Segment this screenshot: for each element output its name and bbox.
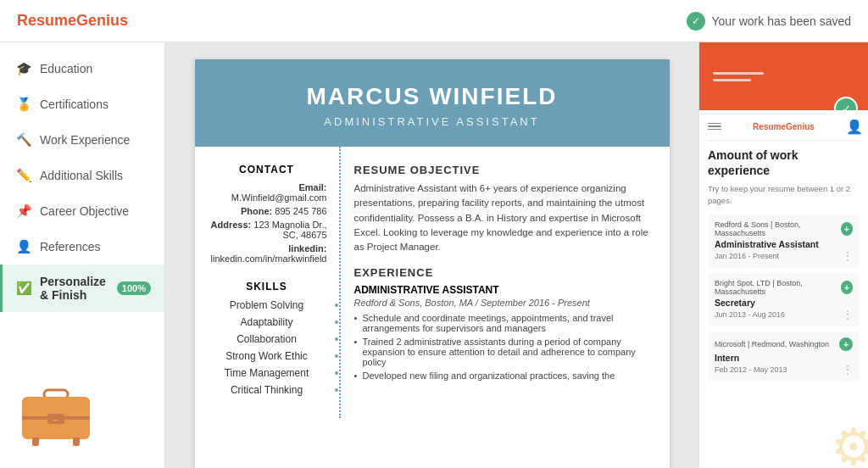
sidebar-item-career-objective[interactable]: 📌 Career Objective <box>0 193 164 229</box>
sidebar-item-label: Career Objective <box>40 204 129 218</box>
logo-accent: Genius <box>76 12 128 29</box>
panel-line-1 <box>713 72 764 75</box>
panel-job-title-3: Intern <box>715 353 853 363</box>
main-layout: 🎓 Education 🏅 Certifications 🔨 Work Expe… <box>0 42 868 468</box>
additional-skills-icon: ✏️ <box>16 168 31 183</box>
save-check-icon: ✓ <box>687 12 705 31</box>
exp-bullet-3: Developed new filing and organizational … <box>354 370 656 381</box>
panel-job-block-3: Microsoft | Redmond, Washington + Intern… <box>708 332 860 382</box>
panel-dates-text-2: Jun 2013 - Aug 2016 <box>715 310 785 319</box>
contact-phone-row: Phone: 895 245 786 <box>207 206 327 216</box>
sidebar-item-label: Work Experience <box>40 133 130 147</box>
references-icon: 👤 <box>16 239 31 254</box>
panel-dates-text-3: Feb 2012 - May 2013 <box>715 365 787 374</box>
phone-logo: ResumeGenius <box>753 122 815 131</box>
save-status: ✓ Your work has been saved <box>687 12 851 31</box>
panel-add-button-2[interactable]: + <box>841 281 853 294</box>
sidebar-item-work-experience[interactable]: 🔨 Work Experience <box>0 122 164 158</box>
panel-company-name-3: Microsoft | Redmond, Washington <box>715 340 829 348</box>
education-icon: 🎓 <box>16 61 31 76</box>
email-value: M.Winfield@gmail.com <box>231 192 327 203</box>
sidebar-item-certifications[interactable]: 🏅 Certifications <box>0 86 164 122</box>
panel-decorative-lines <box>713 72 764 81</box>
resume-name: MARCUS WINFIELD <box>212 83 653 110</box>
objective-body: Administrative Assistant with 6+ years o… <box>354 181 656 254</box>
menu-line-1 <box>708 123 721 125</box>
exp-job-title: ADMINISTRATIVE ASSISTANT <box>354 284 656 296</box>
work-experience-icon: 🔨 <box>16 132 31 148</box>
panel-company-row-2: Bright Spot, LTD | Boston, Massachusetts… <box>715 279 853 296</box>
sidebar-footer <box>0 363 164 468</box>
gear-icon: ⚙ <box>831 417 868 468</box>
skill-problem-solving: Problem Solving <box>207 299 327 311</box>
address-label: Address: <box>211 220 252 230</box>
sidebar-item-education[interactable]: 🎓 Education <box>0 51 164 86</box>
skill-adaptability: Adaptability <box>207 316 327 328</box>
sidebar-item-personalize-finish[interactable]: ✅ Personalize & Finish 100% <box>0 265 164 312</box>
sidebar-item-label: References <box>40 240 101 254</box>
resume-left-column: CONTACT Email: M.Winfield@gmail.com Phon… <box>195 147 339 418</box>
panel-company-row-1: Redford & Sons | Boston, Massachusetts + <box>715 220 853 237</box>
panel-amount-title: Amount of work experience <box>708 148 860 178</box>
panel-more-icon-2[interactable]: ⋮ <box>843 309 853 320</box>
header: ResumeGenius ✓ Your work has been saved <box>0 0 868 42</box>
resume-right-column: RESUME OBJECTIVE Administrative Assistan… <box>339 147 670 418</box>
skill-collaboration: Collaboration <box>207 333 327 345</box>
email-label: Email: <box>298 182 326 192</box>
panel-more-icon-1[interactable]: ⋮ <box>843 250 853 262</box>
panel-add-button-3[interactable]: + <box>839 337 853 351</box>
right-panel: ✓ ResumeGenius 👤 Amount of work experien… <box>698 42 868 468</box>
skills-section-title: SKILLS <box>207 281 327 292</box>
panel-job-dates-2: Jun 2013 - Aug 2016 ⋮ <box>715 309 853 320</box>
panel-company-name-2: Bright Spot, LTD | Boston, Massachusetts <box>715 279 841 296</box>
objective-section-title: RESUME OBJECTIVE <box>354 164 656 176</box>
sidebar-item-references[interactable]: 👤 References <box>0 229 164 265</box>
skill-time-management: Time Management <box>207 367 327 379</box>
logo-text: Resume <box>17 12 76 29</box>
panel-line-2 <box>713 79 751 81</box>
phone-logo-text: Resume <box>753 122 786 131</box>
sidebar-item-label: Education <box>40 62 92 75</box>
skill-strong-work-ethic: Strong Work Ethic <box>207 350 327 362</box>
phone-profile-icon: 👤 <box>846 119 860 135</box>
resume-body: CONTACT Email: M.Winfield@gmail.com Phon… <box>195 147 670 418</box>
personalize-finish-icon: ✅ <box>16 281 31 296</box>
experience-section-title: EXPERIENCE <box>354 266 656 279</box>
panel-job-block-2: Bright Spot, LTD | Boston, Massachusetts… <box>708 273 860 326</box>
phone-value: 895 245 786 <box>275 206 326 216</box>
skill-critical-thinking: Critical Thinking <box>207 384 327 396</box>
address-value: 123 Magnolia Dr., SC, 48675 <box>253 220 326 240</box>
contact-address-row: Address: 123 Magnolia Dr., SC, 48675 <box>207 220 327 240</box>
sidebar-item-label: Certifications <box>40 98 108 111</box>
sidebar-item-label: Additional Skills <box>40 169 123 182</box>
linkedin-value: linkedin.com/in/markwinfield <box>211 254 327 264</box>
panel-dates-text-1: Jan 2016 - Present <box>715 252 779 260</box>
phone-label: Phone: <box>241 206 272 216</box>
certifications-icon: 🏅 <box>16 97 31 112</box>
sidebar-item-additional-skills[interactable]: ✏️ Additional Skills <box>0 158 164 193</box>
percent-badge: 100% <box>117 281 151 295</box>
panel-job-dates-3: Feb 2012 - May 2013 ⋮ <box>715 364 853 376</box>
exp-bullet-1: Schedule and coordinate meetings, appoin… <box>354 313 656 333</box>
menu-line-2 <box>708 125 721 127</box>
panel-add-button-1[interactable]: + <box>841 222 854 236</box>
sidebar-item-label: Personalize & Finish <box>40 275 108 302</box>
skills-section: SKILLS Problem Solving Adaptability Coll… <box>207 281 327 396</box>
svg-rect-6 <box>73 437 80 446</box>
panel-subtitle: Try to keep your resume between 1 or 2 p… <box>708 183 860 206</box>
exp-company: Redford & Sons, Boston, MA / September 2… <box>354 298 656 308</box>
resume-area: MARCUS WINFIELD ADMINISTRATIVE ASSISTANT… <box>165 42 698 468</box>
phone-logo-accent: Genius <box>786 122 815 131</box>
menu-line-3 <box>708 129 721 131</box>
resume-header-block: MARCUS WINFIELD ADMINISTRATIVE ASSISTANT <box>195 59 670 147</box>
svg-rect-4 <box>22 416 90 420</box>
contact-email-row: Email: M.Winfield@gmail.com <box>207 182 327 203</box>
contact-linkedin-row: linkedin: linkedin.com/in/markwinfield <box>207 243 327 264</box>
panel-phone-preview: ResumeGenius 👤 Amount of work experience… <box>699 110 868 468</box>
panel-company-row-3: Microsoft | Redmond, Washington + <box>715 337 853 351</box>
phone-menu-icon <box>708 123 721 131</box>
panel-company-name-1: Redford & Sons | Boston, Massachusetts <box>715 220 841 237</box>
panel-more-icon-3[interactable]: ⋮ <box>843 364 853 376</box>
panel-job-title-1: Administrative Assistant <box>715 239 853 249</box>
exp-bullet-2: Trained 2 administrative assistants duri… <box>354 337 656 367</box>
